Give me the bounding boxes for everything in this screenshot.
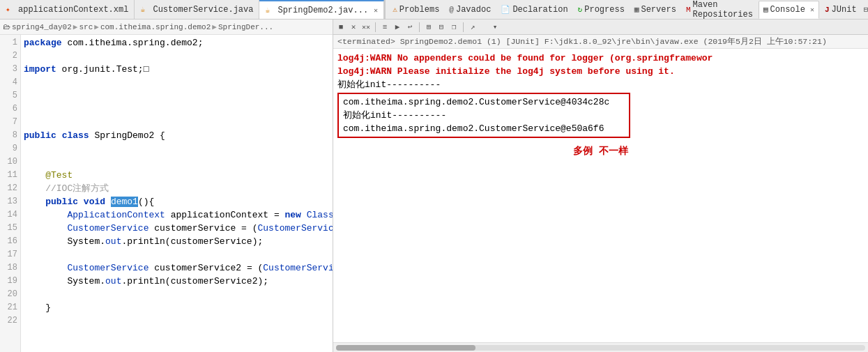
right-tab-section: ⚠ Problems @ Javadoc 📄 Declaration ↻ Pro… bbox=[386, 0, 868, 20]
tab-customerservice[interactable]: ☕ CustomerService.java bbox=[135, 0, 259, 20]
tab-label: Javadoc bbox=[456, 5, 491, 15]
tab-label: Progress bbox=[584, 5, 625, 15]
code-line-7 bbox=[24, 116, 330, 129]
tab-applicationcontext[interactable]: ✦ applicationContext.xml bbox=[0, 0, 135, 20]
breadcrumb-sep1: ▶ bbox=[73, 22, 78, 31]
tab-label: Declaration bbox=[512, 5, 568, 15]
ln-5: 5 bbox=[0, 89, 17, 102]
maven-icon: M bbox=[686, 6, 691, 14]
tab-junit[interactable]: J JUnit bbox=[821, 1, 861, 19]
warn-line-2: log4j:WARN Please initialize the log4j s… bbox=[337, 65, 864, 78]
remove-btn[interactable]: ✕✕ bbox=[361, 22, 371, 32]
stop-btn[interactable]: ■ bbox=[336, 22, 346, 32]
breadcrumb-class[interactable]: SpringDer... bbox=[218, 23, 273, 31]
ln-8: 8 bbox=[0, 129, 17, 142]
layout-btn[interactable]: ❐ bbox=[449, 22, 459, 32]
console-output[interactable]: log4j:WARN No appenders could be found f… bbox=[333, 49, 868, 342]
scrollbar-track[interactable] bbox=[336, 345, 865, 351]
code-content[interactable]: package com.itheima.spring.demo2; import… bbox=[21, 35, 333, 352]
problems-icon: ⚠ bbox=[393, 5, 397, 14]
boxed-line-2: 初始化init---------- bbox=[343, 109, 625, 122]
init-line-1: 初始化init---------- bbox=[337, 78, 864, 91]
boxed-line-3: com.itheima.spring.demo2.CustomerService… bbox=[343, 122, 625, 135]
code-line-4 bbox=[24, 76, 330, 89]
code-line-12: //IOC注解方式 bbox=[24, 182, 330, 195]
code-line-16: System.out.println(customerService); bbox=[24, 235, 330, 248]
tab-problems[interactable]: ⚠ Problems bbox=[388, 1, 443, 19]
breadcrumb-pkg[interactable]: com.itheima.spring.demo2 bbox=[100, 23, 211, 31]
declaration-icon: 📄 bbox=[501, 5, 510, 14]
tab-progress[interactable]: ↻ Progress bbox=[574, 1, 629, 19]
code-line-19: System.out.println(customerService2); bbox=[24, 275, 330, 288]
warn-line-1: log4j:WARN No appenders could be found f… bbox=[337, 52, 864, 65]
toolbar-sep3 bbox=[463, 22, 464, 32]
tab-label: Maven Repositories bbox=[693, 0, 753, 20]
debug-btn[interactable]: ↩ bbox=[405, 22, 415, 32]
link-btn[interactable]: ↗ bbox=[468, 22, 478, 32]
servers-icon: ▦ bbox=[634, 5, 639, 14]
console-toolbar: ■ ✕ ✕✕ ≡ ▶ ↩ ⊞ ⊟ ❐ ↗ ▾ bbox=[333, 20, 868, 35]
clear-btn[interactable]: ≡ bbox=[380, 22, 390, 32]
code-panel: 🗁 spring4_day02 ▶ src ▶ com.itheima.spri… bbox=[0, 20, 333, 352]
ln-20: 20 bbox=[0, 288, 17, 301]
breadcrumb-sep2: ▶ bbox=[94, 22, 99, 31]
ln-16: 16 bbox=[0, 235, 17, 248]
tab-javadoc[interactable]: @ Javadoc bbox=[445, 1, 495, 19]
toolbar-sep1 bbox=[375, 22, 376, 32]
tab-maven-repos[interactable]: M Maven Repositories bbox=[682, 1, 757, 19]
tab-servers[interactable]: ▦ Servers bbox=[630, 1, 680, 19]
code-line-13: public void demo1(){ bbox=[24, 195, 330, 208]
tab-springdemo2[interactable]: ☕ SpringDemo2.jav... ✕ bbox=[259, 0, 384, 20]
tab-close-icon[interactable]: ✕ bbox=[374, 6, 378, 15]
junit-icon: J bbox=[825, 6, 830, 14]
ln-6: 6 bbox=[0, 102, 17, 116]
scrollbar-thumb[interactable] bbox=[336, 345, 475, 351]
tab-console[interactable]: ▤ Console ✕ bbox=[759, 1, 819, 19]
code-line-2 bbox=[24, 49, 330, 63]
ln-13: 13 bbox=[0, 195, 17, 208]
ln-4: 4 bbox=[0, 76, 17, 89]
console-right-toolbar: ⊟ ⊞ ❐ bbox=[864, 5, 868, 14]
ln-12: 12 bbox=[0, 182, 17, 195]
run-btn[interactable]: ▶ bbox=[393, 22, 402, 32]
toolbar-sep2 bbox=[419, 22, 420, 32]
code-line-21: } bbox=[24, 301, 330, 314]
console-panel: ■ ✕ ✕✕ ≡ ▶ ↩ ⊞ ⊟ ❐ ↗ ▾ <terminated> Spri… bbox=[333, 20, 868, 352]
ln-1: 1 bbox=[0, 36, 17, 49]
code-area: 1 2 3 4 5 6 7 8 9 10 11 12 13 14 15 16 1… bbox=[0, 35, 333, 352]
breadcrumb-project[interactable]: spring4_day02 bbox=[12, 23, 72, 31]
breadcrumb-sep3: ▶ bbox=[212, 22, 217, 31]
ln-18: 18 bbox=[0, 261, 17, 275]
tab-close-console-icon[interactable]: ✕ bbox=[810, 6, 814, 14]
main-layout: 🗁 spring4_day02 ▶ src ▶ com.itheima.spri… bbox=[0, 20, 868, 352]
view-menu-btn[interactable]: ▾ bbox=[490, 22, 500, 32]
code-line-17 bbox=[24, 248, 330, 261]
java-icon: ☕ bbox=[140, 5, 150, 15]
code-line-11: @Test bbox=[24, 169, 330, 182]
console-header-text: <terminated> SpringDemo2.demo1 (1) [JUni… bbox=[337, 37, 827, 46]
ln-17: 17 bbox=[0, 248, 17, 261]
tab-label: applicationContext.xml bbox=[18, 5, 128, 15]
breadcrumb-part1: 🗁 bbox=[3, 22, 10, 31]
console-scrollbar[interactable] bbox=[333, 342, 868, 352]
new-console-btn[interactable]: ⊞ bbox=[424, 22, 434, 32]
pin-btn[interactable]: ⊟ bbox=[436, 22, 446, 32]
java-icon: ☕ bbox=[265, 6, 275, 15]
tab-declaration[interactable]: 📄 Declaration bbox=[496, 1, 572, 19]
code-line-9 bbox=[24, 142, 330, 155]
code-line-20 bbox=[24, 288, 330, 301]
ln-10: 10 bbox=[0, 155, 17, 169]
code-line-10 bbox=[24, 155, 330, 169]
minimize-btn[interactable]: ⊟ bbox=[864, 5, 868, 14]
code-line-8: public class SpringDemo2 { bbox=[24, 129, 330, 142]
breadcrumb-src[interactable]: src bbox=[79, 23, 93, 31]
ln-19: 19 bbox=[0, 275, 17, 288]
tab-label: Servers bbox=[641, 5, 676, 15]
terminate-btn[interactable]: ✕ bbox=[349, 22, 358, 32]
progress-icon: ↻ bbox=[578, 5, 583, 14]
console-icon: ▤ bbox=[763, 5, 768, 14]
code-line-14: ApplicationContext applicationContext = … bbox=[24, 208, 330, 222]
console-header: <terminated> SpringDemo2.demo1 (1) [JUni… bbox=[333, 35, 868, 49]
xml-icon: ✦ bbox=[6, 5, 15, 15]
code-line-22 bbox=[24, 314, 330, 328]
